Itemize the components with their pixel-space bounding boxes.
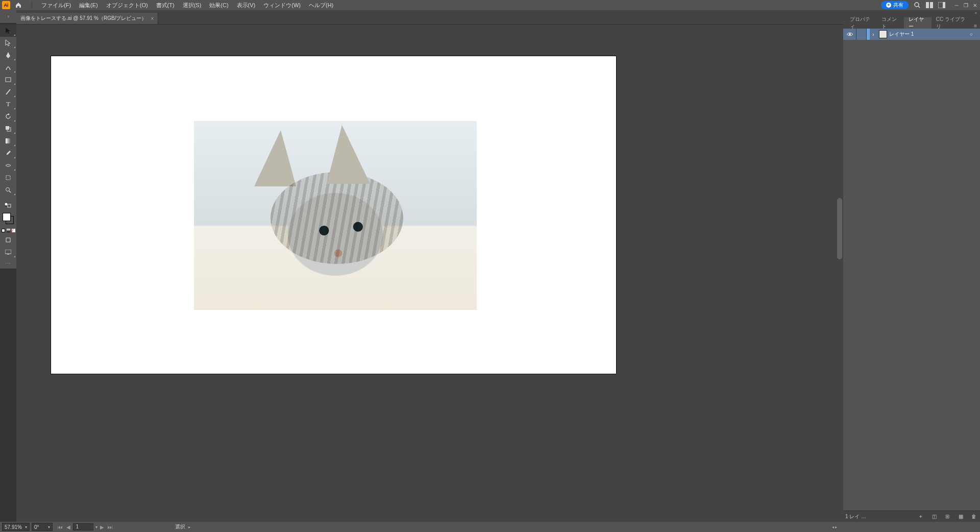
- home-button[interactable]: [14, 1, 22, 9]
- rotate-tool[interactable]: [0, 110, 16, 123]
- selection-tool[interactable]: [0, 25, 16, 37]
- svg-rect-11: [6, 176, 10, 180]
- fill-stroke-swatches[interactable]: [0, 211, 16, 227]
- type-tool[interactable]: T: [0, 98, 16, 110]
- make-clipping-mask-icon[interactable]: ◫: [930, 514, 938, 519]
- svg-point-19: [849, 33, 851, 35]
- svg-rect-17: [5, 250, 11, 254]
- menu-edit[interactable]: 編集(E): [75, 2, 102, 9]
- svg-point-12: [6, 188, 10, 191]
- layer-target-button[interactable]: ○: [967, 32, 976, 37]
- prev-artboard-button[interactable]: ◀: [65, 524, 72, 530]
- color-mode-solid[interactable]: [2, 229, 5, 232]
- artboard-number-field[interactable]: 1: [73, 523, 93, 530]
- gradient-tool[interactable]: [0, 135, 16, 147]
- panel-tabs: プロパティ コメント レイヤー CC ライブラリ ≡: [843, 15, 980, 29]
- layer-row[interactable]: › レイヤー 1 ○: [843, 29, 980, 40]
- new-layer-icon[interactable]: ▦: [957, 514, 965, 519]
- eyedropper-tool[interactable]: [0, 147, 16, 159]
- layer-count-label: 1 レイ …: [845, 513, 866, 520]
- layer-visibility-toggle[interactable]: [843, 29, 856, 40]
- close-window-button[interactable]: ✕: [972, 2, 978, 8]
- menu-type[interactable]: 書式(T): [152, 2, 179, 9]
- menu-effect[interactable]: 効果(C): [205, 2, 232, 9]
- horizontal-scroll-indicator[interactable]: ◂ ▸: [832, 525, 837, 529]
- zoom-tool[interactable]: [0, 184, 16, 196]
- layer-lock-toggle[interactable]: [856, 29, 867, 40]
- color-mode-none[interactable]: ╱: [12, 229, 15, 232]
- svg-rect-15: [8, 204, 11, 207]
- symbol-sprayer-tool[interactable]: [0, 159, 16, 172]
- right-panel-collapsed-grip[interactable]: «: [843, 10, 980, 15]
- document-tab-bar: 画像をトレースする.ai @ 57.91 %（RGB/プレビュー） ×: [16, 10, 843, 25]
- share-button[interactable]: ✦ 共有: [881, 1, 909, 9]
- menu-object[interactable]: オブジェクト(O): [102, 2, 152, 9]
- placed-image-detail: [271, 172, 403, 264]
- search-icon[interactable]: [914, 2, 921, 9]
- document-tab[interactable]: 画像をトレースする.ai @ 57.91 %（RGB/プレビュー） ×: [16, 13, 158, 24]
- menu-items: ファイル(F) 編集(E) オブジェクト(O) 書式(T) 選択(S) 効果(C…: [37, 2, 337, 9]
- zoom-field[interactable]: 57.91% ▾: [2, 523, 30, 531]
- screen-mode[interactable]: [0, 246, 16, 258]
- last-artboard-button[interactable]: ⏭: [107, 524, 114, 530]
- placed-image[interactable]: [194, 121, 477, 310]
- workspace-switcher-icon[interactable]: [938, 2, 945, 8]
- edit-toolbar-button[interactable]: ⋯: [0, 258, 16, 269]
- minimize-button[interactable]: ─: [953, 2, 960, 8]
- color-mode-gradient[interactable]: [7, 229, 10, 232]
- color-mode-row[interactable]: ╱: [0, 227, 16, 234]
- close-tab-button[interactable]: ×: [151, 16, 154, 21]
- tools-panel: T ╱ ⋯: [0, 25, 16, 269]
- locate-object-icon[interactable]: ⌖: [917, 514, 925, 520]
- vertical-scroll-thumb[interactable]: [837, 198, 842, 259]
- menu-window[interactable]: ウィンドウ(W): [259, 2, 305, 9]
- rotation-value: 0°: [34, 524, 39, 530]
- layer-thumbnail[interactable]: [879, 30, 887, 38]
- svg-rect-2: [926, 2, 929, 8]
- create-sublayer-icon[interactable]: ⊞: [943, 514, 951, 519]
- tab-properties[interactable]: プロパティ: [845, 17, 877, 29]
- right-panel-group: プロパティ コメント レイヤー CC ライブラリ ≡ › レイヤー 1 ○ 1 …: [843, 15, 980, 522]
- layers-footer: 1 レイ … ⌖ ◫ ⊞ ▦ 🗑: [843, 511, 980, 522]
- rectangle-tool[interactable]: [0, 74, 16, 86]
- vertical-scrollbar[interactable]: [836, 25, 843, 522]
- layer-twirl[interactable]: ›: [870, 32, 877, 37]
- direct-selection-tool[interactable]: [0, 37, 16, 49]
- menu-view[interactable]: 表示(V): [233, 2, 260, 9]
- fill-stroke-toggle[interactable]: [0, 199, 16, 211]
- artboard-tool[interactable]: [0, 172, 16, 184]
- document-tab-title: 画像をトレースする.ai @ 57.91 %（RGB/プレビュー）: [20, 15, 146, 22]
- fill-swatch[interactable]: [3, 213, 11, 221]
- menu-help[interactable]: ヘルプ(H): [305, 2, 337, 9]
- shape-builder-tool[interactable]: [0, 123, 16, 135]
- rotation-field[interactable]: 0° ▾: [32, 523, 53, 531]
- first-artboard-button[interactable]: ⏮: [57, 524, 64, 530]
- canvas-viewport[interactable]: [16, 25, 843, 522]
- menu-select[interactable]: 選択(S): [179, 2, 206, 9]
- status-menu-chevron[interactable]: ▸: [188, 525, 190, 529]
- chevron-down-icon: ▾: [25, 525, 27, 529]
- svg-rect-10: [6, 138, 11, 143]
- tab-layers[interactable]: レイヤー: [904, 17, 931, 29]
- svg-rect-14: [5, 203, 8, 206]
- draw-mode-normal[interactable]: [0, 234, 16, 246]
- layer-name[interactable]: レイヤー 1: [889, 31, 914, 38]
- delete-layer-icon[interactable]: 🗑: [970, 514, 978, 519]
- paintbrush-tool[interactable]: [0, 86, 16, 98]
- app-logo[interactable]: Ai: [2, 1, 10, 9]
- tab-comments[interactable]: コメント: [877, 17, 904, 29]
- svg-line-13: [9, 191, 11, 192]
- left-panel-collapsed-grip[interactable]: »: [0, 10, 16, 23]
- next-artboard-button[interactable]: ▶: [99, 524, 106, 530]
- chevron-down-icon: ▾: [48, 525, 50, 529]
- share-user-icon: ✦: [886, 3, 891, 8]
- maximize-button[interactable]: ❐: [963, 2, 969, 8]
- menu-file[interactable]: ファイル(F): [37, 2, 75, 9]
- current-tool-label: 選択: [175, 523, 185, 530]
- artboard[interactable]: [51, 56, 616, 374]
- curvature-tool[interactable]: [0, 61, 16, 74]
- tab-cc-libraries[interactable]: CC ライブラリ: [932, 17, 971, 29]
- panel-menu-button[interactable]: ≡: [971, 23, 980, 29]
- arrange-documents-icon[interactable]: [926, 2, 933, 8]
- pen-tool[interactable]: [0, 49, 16, 61]
